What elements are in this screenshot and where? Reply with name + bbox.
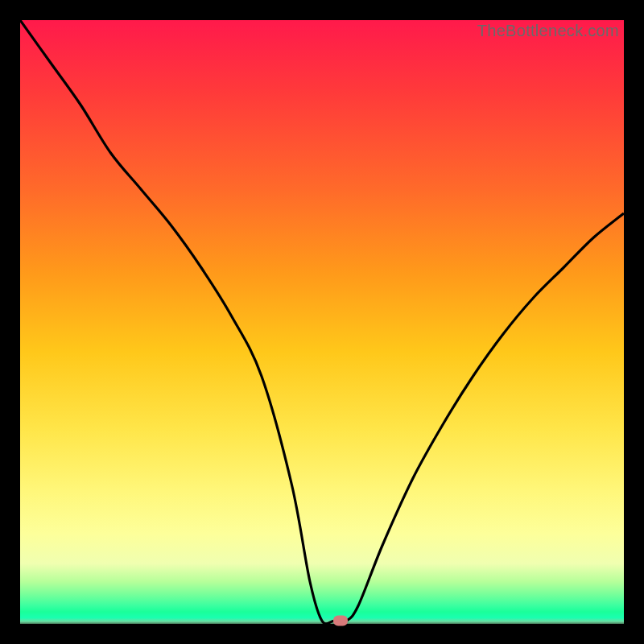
chart-frame: TheBottleneck.com [0,0,644,644]
plot-area: TheBottleneck.com [20,20,624,624]
optimal-point-marker [333,616,348,626]
bottleneck-curve [20,20,624,624]
curve-path [20,20,624,624]
